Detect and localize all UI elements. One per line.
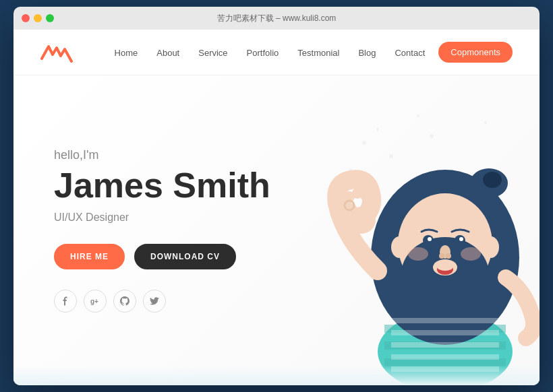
- svg-point-41: [461, 247, 481, 261]
- svg-point-30: [446, 253, 451, 259]
- svg-rect-45: [391, 354, 499, 360]
- navbar: Home About Service Portfolio Testmonial …: [13, 30, 540, 75]
- hero-subtitle: UI/UX Designer: [54, 211, 270, 224]
- github-icon[interactable]: [113, 290, 136, 313]
- twitter-icon[interactable]: [143, 290, 166, 313]
- hero-name: James Smith: [54, 166, 270, 205]
- nav-home[interactable]: Home: [115, 48, 138, 58]
- svg-rect-42: [391, 318, 499, 323]
- svg-point-23: [437, 263, 453, 271]
- nav-testimonial[interactable]: Testmonial: [297, 48, 339, 58]
- svg-point-6: [430, 134, 434, 138]
- nav-service[interactable]: Service: [198, 48, 227, 58]
- svg-point-27: [459, 237, 463, 241]
- logo-icon: [40, 42, 74, 63]
- svg-point-38: [360, 190, 371, 201]
- svg-point-16: [483, 172, 502, 188]
- logo: [40, 42, 74, 63]
- nav-links: Home About Service Portfolio Testmonial …: [115, 46, 426, 59]
- download-cv-button[interactable]: DOWNLOAD CV: [134, 244, 236, 269]
- svg-point-40: [408, 247, 428, 261]
- hero-section: hello,I'm James Smith UI/UX Designer HIR…: [13, 75, 540, 385]
- nav-blog[interactable]: Blog: [358, 48, 376, 58]
- hire-me-button[interactable]: HIRE ME: [54, 244, 125, 269]
- browser-content: Home About Service Portfolio Testmonial …: [13, 30, 540, 385]
- facebook-icon[interactable]: [54, 290, 77, 313]
- svg-rect-44: [391, 342, 499, 348]
- nav-contact[interactable]: Contact: [395, 48, 425, 58]
- svg-point-5: [417, 115, 419, 117]
- character-svg: [283, 75, 540, 385]
- svg-point-31: [391, 236, 407, 258]
- close-button[interactable]: [22, 14, 30, 22]
- svg-rect-43: [391, 330, 499, 335]
- hero-illustration: [283, 75, 540, 385]
- svg-point-2: [376, 128, 379, 131]
- svg-point-3: [389, 154, 393, 158]
- hero-buttons: HIRE ME DOWNLOAD CV: [54, 244, 270, 269]
- svg-point-1: [362, 141, 366, 145]
- svg-point-26: [428, 237, 432, 241]
- hero-greeting: hello,I'm: [54, 148, 270, 162]
- minimize-button[interactable]: [34, 14, 42, 22]
- google-plus-icon[interactable]: g+: [84, 290, 107, 313]
- svg-point-7: [484, 121, 487, 124]
- svg-point-29: [439, 253, 444, 259]
- browser-titlebar: 苦力吧素材下载 – www.kuli8.com: [13, 7, 540, 30]
- nav-about[interactable]: About: [156, 48, 179, 58]
- nav-portfolio[interactable]: Portfolio: [247, 48, 279, 58]
- social-icons: g+: [54, 290, 270, 313]
- svg-point-32: [483, 236, 499, 258]
- components-button[interactable]: Copmonents: [438, 42, 513, 63]
- svg-text:g+: g+: [90, 298, 98, 305]
- hero-content: hello,I'm James Smith UI/UX Designer HIR…: [54, 148, 270, 313]
- maximize-button[interactable]: [46, 14, 54, 22]
- browser-title: 苦力吧素材下载 – www.kuli8.com: [217, 13, 337, 24]
- browser-window: 苦力吧素材下载 – www.kuli8.com Home About Servi…: [13, 7, 540, 385]
- traffic-lights: [22, 14, 54, 22]
- hero-bottom-wave: [13, 365, 540, 385]
